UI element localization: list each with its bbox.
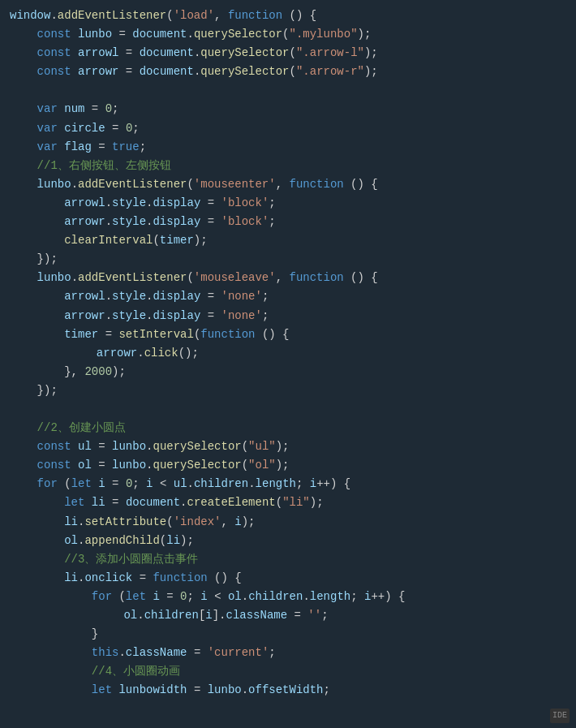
code-line-33: ol.children[i].className = ''; [10, 606, 566, 625]
code-line-37: let lunbowidth = lunbo.offsetWidth; [10, 681, 566, 700]
code-line-10: lunbo.addEventListener('mouseenter', fun… [10, 175, 566, 194]
code-line-17: arrowr.style.display = 'none'; [10, 307, 566, 325]
watermark-badge: IDE [550, 709, 570, 723]
code-line-31: li.onclick = function () { [10, 569, 566, 588]
code-line-7: var circle = 0; [10, 119, 566, 138]
code-line-11: arrowl.style.display = 'block'; [10, 194, 566, 213]
code-editor: window.addEventListener('load', function… [0, 0, 576, 728]
code-line-22 [10, 400, 566, 419]
code-line-13: clearInterval(timer); [10, 231, 566, 250]
code-line-6: var num = 0; [10, 100, 566, 118]
code-line-4: const arrowr = document.querySelector(".… [10, 62, 566, 81]
code-line-24: const ul = lunbo.querySelector("ul"); [10, 437, 566, 456]
code-line-23: //2、创建小圆点 [10, 419, 566, 437]
code-line-19: arrowr.click(); [10, 344, 566, 363]
code-line-8: var flag = true; [10, 138, 566, 157]
code-line-27: let li = document.createElement("li"); [10, 493, 566, 512]
code-line-21: }); [10, 381, 566, 400]
code-line-18: timer = setInterval(function () { [10, 325, 566, 344]
code-line-28: li.setAttribute('index', i); [10, 513, 566, 532]
code-line-29: ol.appendChild(li); [10, 532, 566, 550]
code-line-34: } [10, 625, 566, 644]
code-line-36: //4、小圆圈动画 [10, 662, 566, 681]
code-line-12: arrowr.style.display = 'block'; [10, 213, 566, 231]
code-line-1: window.addEventListener('load', function… [10, 6, 566, 25]
code-line-14: }); [10, 250, 566, 269]
code-line-20: }, 2000); [10, 363, 566, 381]
code-line-2: const lunbo = document.querySelector(".m… [10, 25, 566, 44]
code-line-9: //1、右侧按钮、左侧按钮 [10, 157, 566, 175]
code-line-30: //3、添加小圆圈点击事件 [10, 550, 566, 569]
code-line-15: lunbo.addEventListener('mouseleave', fun… [10, 269, 566, 287]
code-line-32: for (let i = 0; i < ol.children.length; … [10, 588, 566, 606]
code-line-25: const ol = lunbo.querySelector("ol"); [10, 456, 566, 475]
code-line-26: for (let i = 0; i < ul.children.length; … [10, 475, 566, 493]
code-line-35: this.className = 'current'; [10, 644, 566, 662]
code-line-5 [10, 81, 566, 100]
code-line-3: const arrowl = document.querySelector(".… [10, 44, 566, 62]
code-line-16: arrowl.style.display = 'none'; [10, 287, 566, 306]
